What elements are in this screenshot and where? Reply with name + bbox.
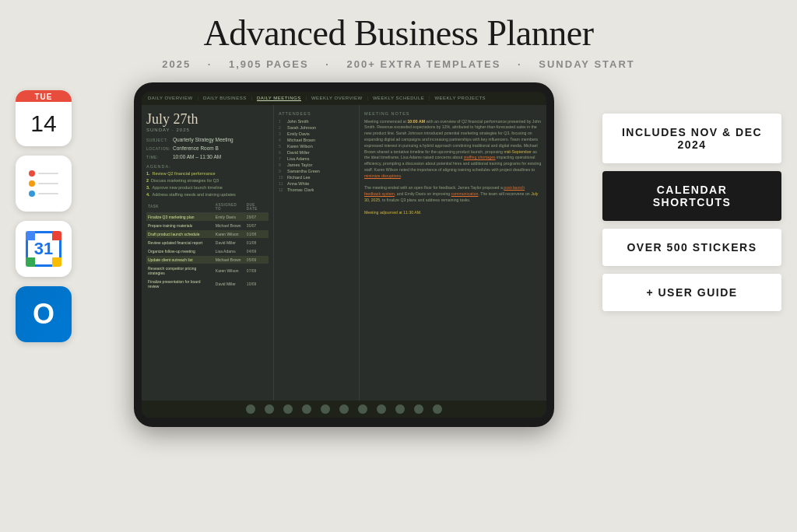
subtitle-pages: 1,905 PAGES bbox=[229, 58, 309, 70]
tablet-bottom-icon bbox=[414, 404, 423, 414]
attendee-name: James Taylor bbox=[287, 163, 312, 167]
subtitle-start: SUNDAY START bbox=[539, 58, 634, 70]
tablet-device: DAILY OVERVIEW | DAILY BUSINESS | DAILY … bbox=[134, 82, 554, 427]
attendee-number: 3 bbox=[279, 131, 285, 136]
attendee-name: Lisa Adams bbox=[287, 156, 309, 161]
tablet-bottom-icon bbox=[339, 404, 349, 414]
nav-item-weekly-overview[interactable]: WEEKLY OVERVIEW bbox=[311, 96, 363, 100]
task-date-cell: 04/09 bbox=[245, 247, 269, 255]
task-assigned-cell: Michael Brown bbox=[214, 255, 245, 264]
task-assigned-cell: Michael Brown bbox=[214, 221, 245, 229]
reminder-line-2 bbox=[38, 183, 58, 184]
notes-content: Meeting commenced at 10:00 AM with an ov… bbox=[364, 119, 542, 216]
badge-user-guide: + USER GUIDE bbox=[602, 274, 781, 311]
google-calendar-app-icon[interactable]: 31 bbox=[16, 221, 72, 277]
attendee-number: 8 bbox=[279, 163, 285, 167]
badge-calendar-shortcuts: CALENDAR SHORTCUTS bbox=[602, 171, 781, 221]
due-col-header: DUE DATE bbox=[245, 201, 269, 213]
badge-stickers: OVER 500 STICKERS bbox=[602, 229, 781, 266]
table-row: Prepare training materials Michael Brown… bbox=[146, 221, 269, 229]
list-item: 4 Michael Brown bbox=[279, 138, 354, 142]
list-item: 2 Sarah Johnson bbox=[279, 125, 354, 130]
task-date-cell: 29/07 bbox=[245, 212, 269, 221]
task-date-cell: 07/09 bbox=[245, 264, 269, 277]
tablet-bottom-icon bbox=[283, 404, 293, 414]
main-title: Advanced Business Planner bbox=[0, 14, 797, 54]
task-name-cell: Review updated financial report bbox=[146, 238, 214, 247]
badge-nov-dec: INCLUDES NOV & DEC 2024 bbox=[602, 114, 781, 163]
task-assigned-cell: Emily Davis bbox=[214, 212, 245, 221]
attendee-number: 2 bbox=[279, 125, 285, 130]
outlook-app-icon[interactable]: O bbox=[16, 286, 72, 342]
task-name-cell: Finalize Q3 marketing plan bbox=[146, 212, 214, 221]
meeting-date: July 27th bbox=[146, 111, 269, 128]
location-value: Conference Room B bbox=[173, 145, 219, 151]
calendar-date-number: 14 bbox=[16, 102, 72, 146]
tablet-bottom-icon bbox=[265, 404, 274, 414]
table-row: Organize follow-up meeting Lisa Adams 04… bbox=[146, 247, 269, 255]
attendee-number: 12 bbox=[279, 187, 285, 192]
subtitle: 2025 · 1,905 PAGES · 200+ EXTRA TEMPLATE… bbox=[0, 58, 797, 70]
tablet-bottom-bar bbox=[142, 401, 546, 418]
table-row: Finalize Q3 marketing plan Emily Davis 2… bbox=[146, 212, 269, 221]
table-row: Finalize presentation for board review D… bbox=[146, 277, 269, 290]
agenda-list: 1. Review Q2 financial performance 2 Dis… bbox=[146, 171, 269, 197]
notes-panel: MEETING NOTES Meeting commenced at 10:00… bbox=[360, 105, 546, 401]
nav-item-daily-meetings[interactable]: DAILY MEETINGS bbox=[257, 96, 301, 101]
attendee-name: Anna White bbox=[287, 181, 309, 186]
attendee-number: 1 bbox=[279, 119, 285, 124]
agenda-item-2: 2 Discuss marketing strategies for Q3 bbox=[146, 178, 269, 183]
task-assigned-cell: Karen Wilson bbox=[214, 229, 245, 238]
subject-value: Quarterly Strategy Meeting bbox=[173, 137, 233, 142]
calendar-day-label: TUE bbox=[16, 90, 72, 102]
gcal-corner-tl bbox=[26, 231, 35, 240]
badge-nov-dec-text: INCLUDES NOV & DEC 2024 bbox=[618, 126, 766, 151]
attendee-name: Karen Wilson bbox=[287, 144, 313, 149]
main-layout: TUE 14 31 bbox=[0, 82, 797, 427]
task-name-cell: Organize follow-up meeting bbox=[146, 247, 214, 255]
nav-item-daily-business[interactable]: DAILY BUSINESS bbox=[203, 96, 247, 100]
list-item: 3 Emily Davis bbox=[279, 131, 354, 136]
list-item: 7 Lisa Adams bbox=[279, 156, 354, 161]
attendee-number: 10 bbox=[279, 175, 285, 180]
reminders-app-icon[interactable] bbox=[16, 156, 72, 212]
task-date-cell: 01/08 bbox=[245, 229, 269, 238]
reminder-dot-3 bbox=[29, 191, 58, 197]
badge-calendar-shortcuts-text: CALENDAR SHORTCUTS bbox=[618, 184, 766, 208]
nav-item-weekly-schedule[interactable]: WEEKLY SCHEDULE bbox=[373, 96, 424, 100]
gcal-corner-br bbox=[52, 257, 61, 267]
gcal-number: 31 bbox=[34, 239, 53, 259]
calendar-app-icon[interactable]: TUE 14 bbox=[16, 90, 72, 146]
left-details-panel: July 27th SUNDAY · 2025 SUBJECT: Quarter… bbox=[142, 105, 274, 401]
reminder-circle-blue bbox=[29, 191, 35, 197]
tablet-bottom-icon bbox=[433, 404, 442, 414]
meeting-date-sub: SUNDAY · 2025 bbox=[146, 128, 269, 132]
list-item: 1 John Smith bbox=[279, 119, 354, 124]
task-date-cell: 01/08 bbox=[245, 238, 269, 247]
tablet-container: DAILY OVERVIEW | DAILY BUSINESS | DAILY … bbox=[98, 82, 590, 427]
nav-item-weekly-projects[interactable]: WEEKLY PROJECTS bbox=[434, 96, 486, 100]
badge-stickers-text: OVER 500 STICKERS bbox=[618, 241, 766, 254]
reminder-line-1 bbox=[38, 173, 58, 174]
attendee-name: Richard Lee bbox=[287, 175, 311, 180]
task-name-cell: Research competitor pricing strategies bbox=[146, 264, 214, 277]
task-assigned-cell: David Miller bbox=[214, 277, 245, 290]
tablet-nav-bar: DAILY OVERVIEW | DAILY BUSINESS | DAILY … bbox=[142, 92, 546, 105]
agenda-item-1: 1. Review Q2 financial performance bbox=[146, 171, 269, 176]
attendee-name: Sarah Johnson bbox=[287, 125, 316, 130]
agenda-item-4: 4. Address staffing needs and training u… bbox=[146, 192, 269, 197]
gcal-corner-tr bbox=[52, 231, 61, 240]
attendee-name: Thomas Clark bbox=[287, 187, 314, 192]
left-icons-column: TUE 14 31 bbox=[16, 82, 86, 427]
assigned-col-header: ASSIGNED TO bbox=[214, 201, 245, 213]
notes-section-title: MEETING NOTES bbox=[364, 111, 542, 116]
tablet-bottom-icon bbox=[321, 404, 330, 414]
attendee-name: John Smith bbox=[287, 119, 309, 124]
task-name-cell: Prepare training materials bbox=[146, 221, 214, 229]
task-date-cell: 05/09 bbox=[245, 255, 269, 264]
nav-item-daily-overview[interactable]: DAILY OVERVIEW bbox=[148, 96, 193, 100]
date-display: July 27th SUNDAY · 2025 bbox=[146, 111, 269, 132]
time-value: 10:00 AM – 11:30 AM bbox=[173, 154, 221, 159]
tablet-bottom-icon bbox=[358, 404, 367, 414]
task-assigned-cell: Lisa Adams bbox=[214, 247, 245, 255]
